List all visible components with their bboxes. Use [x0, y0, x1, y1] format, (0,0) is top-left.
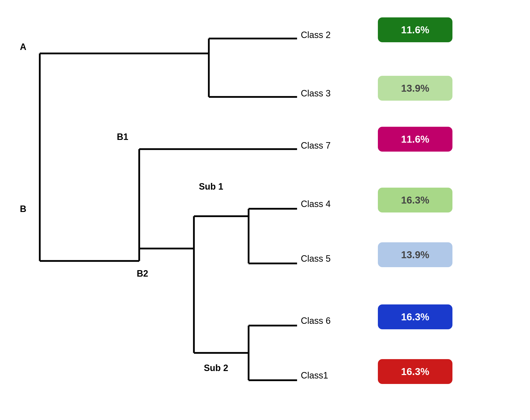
node-B2: B2: [137, 268, 148, 279]
class6-value: 16.3%: [401, 311, 429, 323]
class7-label: Class 7: [301, 140, 331, 151]
class5-label: Class 5: [301, 253, 331, 264]
class4-label: Class 4: [301, 199, 331, 209]
class7-badge: 11.6%: [378, 127, 452, 152]
class1-badge: 16.3%: [378, 359, 452, 384]
class1-value: 16.3%: [401, 366, 429, 377]
node-A: A: [20, 42, 26, 52]
node-sub2: Sub 2: [204, 363, 228, 373]
class4-badge: 16.3%: [378, 188, 452, 212]
class7-value: 11.6%: [401, 134, 429, 145]
node-B: B: [20, 204, 26, 214]
node-sub1: Sub 1: [199, 181, 223, 192]
node-B1: B1: [117, 132, 128, 142]
class1-label: Class1: [301, 370, 328, 381]
class3-badge: 13.9%: [378, 76, 452, 101]
class3-value: 13.9%: [401, 83, 429, 94]
class5-badge: 13.9%: [378, 242, 452, 267]
class5-value: 13.9%: [401, 249, 429, 260]
class6-badge: 16.3%: [378, 304, 452, 329]
class3-label: Class 3: [301, 88, 331, 99]
class2-label: Class 2: [301, 30, 331, 40]
class6-label: Class 6: [301, 316, 331, 326]
diagram-container: A B B1 B2 Sub 1 Sub 2 Class 2 11.6% Clas…: [0, 0, 530, 420]
class2-value: 11.6%: [401, 24, 429, 36]
class2-badge: 11.6%: [378, 17, 452, 42]
class4-value: 16.3%: [401, 195, 429, 206]
